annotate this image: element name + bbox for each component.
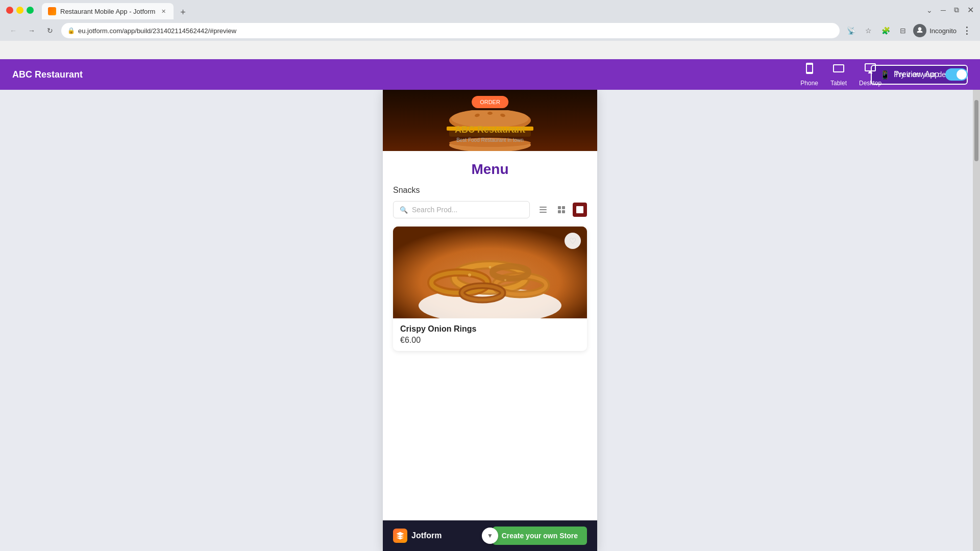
maximize-window-button[interactable] xyxy=(27,7,34,14)
preview-app-label: Preview App xyxy=(894,70,939,79)
active-view-icon xyxy=(576,206,583,213)
jotform-text: Jotform xyxy=(411,531,442,540)
new-tab-button[interactable]: + xyxy=(176,5,190,19)
list-view-button[interactable] xyxy=(536,203,550,217)
back-button[interactable]: ← xyxy=(6,23,20,38)
app-header: ABC Restaurant 📱 Try it on your device P… xyxy=(0,59,980,90)
svg-point-22 xyxy=(468,273,471,277)
title-bar: Restaurant Mobile App - Jotform ✕ + ⌄ ─ … xyxy=(0,0,980,20)
grid-view-button[interactable] xyxy=(554,203,569,217)
favorite-button[interactable]: ♡ xyxy=(565,233,581,249)
bookmark-icon[interactable]: ☆ xyxy=(861,23,875,38)
product-price: €6.00 xyxy=(400,336,580,345)
phone-device-option[interactable]: Phone xyxy=(800,62,818,87)
menu-title: Menu xyxy=(393,161,587,178)
product-card[interactable]: ♡ Crispy Onion Rings €6.00 xyxy=(393,227,587,351)
tab-title: Restaurant Mobile App - Jotform xyxy=(60,8,155,15)
forward-button[interactable]: → xyxy=(24,23,39,38)
phone-label: Phone xyxy=(800,80,818,87)
restaurant-subtitle: Best Food Restaurant in town xyxy=(456,137,524,143)
browser-actions: 📡 ☆ 🧩 ⊟ Incognito ⋮ xyxy=(844,23,974,38)
toggle-knob xyxy=(957,69,967,80)
product-image-container: ♡ xyxy=(393,227,587,318)
preview-toggle[interactable] xyxy=(945,68,968,81)
jotform-icon xyxy=(393,529,407,543)
phone-preview: ORDER ABC Restaurant Best Food Restauran… xyxy=(383,90,597,551)
category-label: Snacks xyxy=(393,186,587,195)
minimize-icon[interactable]: ─ xyxy=(941,6,946,14)
search-box[interactable]: 🔍 Search Prod... xyxy=(393,201,530,218)
menu-content: Menu Snacks 🔍 Search Prod... xyxy=(383,151,597,520)
view-options xyxy=(536,203,587,217)
browser-chrome: Restaurant Mobile App - Jotform ✕ + ⌄ ─ … xyxy=(0,0,980,41)
preview-app-section: Preview App xyxy=(894,68,968,81)
product-name: Crispy Onion Rings xyxy=(400,324,580,334)
incognito-avatar xyxy=(913,24,926,37)
tab-bar: Restaurant Mobile App - Jotform ✕ + xyxy=(38,1,194,19)
svg-point-3 xyxy=(487,112,493,115)
extensions-icon[interactable]: 🧩 xyxy=(878,23,893,38)
close-window-button[interactable] xyxy=(6,7,13,14)
restaurant-name: ABC Restaurant xyxy=(455,124,525,135)
svg-point-23 xyxy=(504,279,506,281)
close-icon[interactable]: ✕ xyxy=(967,5,974,15)
tablet-device-option[interactable]: Tablet xyxy=(830,62,847,87)
search-filter-row: 🔍 Search Prod... xyxy=(393,201,587,218)
scroll-down-button[interactable]: ▼ xyxy=(482,528,498,544)
desktop-device-option[interactable]: Desktop xyxy=(859,62,881,87)
app-title: ABC Restaurant xyxy=(12,69,871,80)
phone-icon xyxy=(803,62,816,78)
more-options-icon[interactable]: ⋮ xyxy=(960,23,974,38)
address-bar: ← → ↻ 🔒 eu.jotform.com/app/build/2314021… xyxy=(0,20,980,41)
grid-view-icon xyxy=(558,206,565,213)
window-controls xyxy=(6,7,34,14)
minimize-window-button[interactable] xyxy=(16,7,23,14)
desktop-label: Desktop xyxy=(859,80,881,87)
tablet-label: Tablet xyxy=(830,80,847,87)
desktop-icon xyxy=(864,62,876,78)
product-info: Crispy Onion Rings €6.00 xyxy=(393,318,587,351)
scrollbar-thumb[interactable] xyxy=(974,100,978,161)
main-content: ORDER ABC Restaurant Best Food Restauran… xyxy=(0,90,980,551)
product-image xyxy=(393,227,587,318)
tab-close-button[interactable]: ✕ xyxy=(159,7,167,15)
jotform-logo: Jotform xyxy=(393,529,442,543)
restaurant-header-image: ORDER ABC Restaurant Best Food Restauran… xyxy=(383,90,597,151)
cast-icon[interactable]: 📡 xyxy=(844,23,858,38)
scrollbar-track xyxy=(973,90,980,551)
lock-icon: 🔒 xyxy=(67,27,75,34)
tablet-icon xyxy=(832,62,845,78)
order-button[interactable]: ORDER xyxy=(472,96,508,108)
active-view-button[interactable] xyxy=(573,203,587,217)
refresh-button[interactable]: ↻ xyxy=(43,23,57,38)
incognito-label: Incognito xyxy=(929,27,957,35)
svg-point-24 xyxy=(489,266,492,269)
restore-icon[interactable]: ⧉ xyxy=(954,6,959,14)
create-store-button[interactable]: Create your own Store xyxy=(493,527,587,545)
svg-rect-9 xyxy=(576,206,583,213)
tab-favicon xyxy=(48,7,56,15)
search-placeholder: Search Prod... xyxy=(412,206,458,214)
search-icon: 🔍 xyxy=(400,206,408,214)
profile-split-view-icon[interactable]: ⊟ xyxy=(896,23,910,38)
active-tab[interactable]: Restaurant Mobile App - Jotform ✕ xyxy=(42,3,174,19)
tab-list-icon[interactable]: ⌄ xyxy=(926,6,933,14)
url-bar[interactable]: 🔒 eu.jotform.com/app/build/2314021145624… xyxy=(61,23,840,38)
list-view-icon xyxy=(540,207,547,213)
url-text: eu.jotform.com/app/build/231402114562442… xyxy=(78,27,236,35)
header-right: Phone Tablet Desktop Preview App xyxy=(788,59,980,90)
